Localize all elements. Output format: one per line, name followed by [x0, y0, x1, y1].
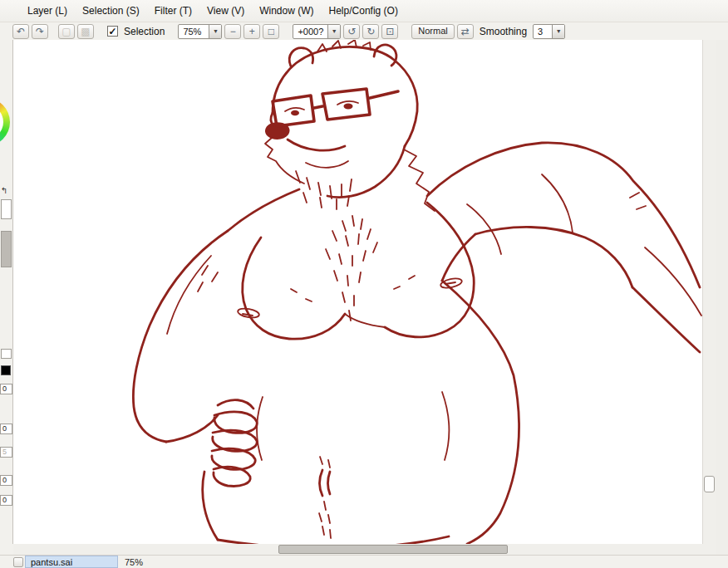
smoothing-combo[interactable]: 3 ▼ — [533, 24, 565, 39]
undo-button[interactable]: ↶ — [12, 24, 29, 39]
menu-item-filter[interactable]: Filter (T) — [147, 1, 199, 21]
bear-left-arm — [133, 231, 257, 486]
bear-chest-fluff — [291, 216, 415, 321]
deselect-button[interactable]: ▢ — [58, 24, 75, 39]
right-edge-strip — [716, 40, 728, 544]
smoothing-label: Smoothing — [476, 26, 530, 37]
chevron-down-icon: ▼ — [332, 28, 337, 34]
redo-icon: ↷ — [36, 27, 44, 37]
zoom-dropdown-button[interactable]: ▼ — [209, 25, 221, 38]
zoom-out-icon: − — [230, 27, 236, 37]
vertical-scrollbar-thumb[interactable] — [704, 476, 715, 492]
color-wheel-fragment[interactable] — [0, 98, 10, 146]
scrollbar-corner — [716, 544, 728, 555]
angle-dropdown-button[interactable]: ▼ — [327, 25, 340, 38]
zoom-fit-button[interactable]: □ — [263, 24, 279, 39]
left-scroll-thumb[interactable] — [1, 231, 12, 267]
zoom-fit-icon: □ — [268, 27, 274, 37]
toolbar: ↶ ↷ ▢ ▩ ✓ Selection 75% ▼ − + □ +000? ▼ … — [0, 22, 728, 40]
rotate-reset-button[interactable]: ⊡ — [381, 24, 398, 39]
smoothing-value: 3 — [534, 27, 552, 37]
color-wheel-center — [0, 105, 3, 140]
left-numeric-field[interactable]: 0 — [0, 475, 12, 486]
left-numeric-field[interactable]: 0 — [0, 384, 12, 394]
left-tool-strip: ↰ 0 0 5 0 0 — [0, 40, 13, 544]
menu-item-help-config[interactable]: Help/Config (O) — [322, 1, 406, 21]
zoom-combo[interactable]: 75% ▼ — [178, 24, 222, 39]
menu-bar: Layer (L) Selection (S) Filter (T) View … — [0, 0, 728, 22]
document-tab-label: pantsu.sai — [31, 557, 72, 567]
left-numeric-field[interactable]: 5 — [0, 447, 12, 458]
document-tab[interactable]: pantsu.sai — [25, 556, 118, 568]
undo-icon: ↶ — [17, 27, 25, 37]
invert-selection-button[interactable]: ▩ — [77, 24, 94, 39]
zoom-in-button[interactable]: + — [243, 24, 260, 39]
menu-item-selection[interactable]: Selection (S) — [75, 1, 147, 21]
bear-right-arm — [427, 143, 701, 352]
menu-item-view[interactable]: View (V) — [199, 1, 252, 21]
color-swatch-black[interactable] — [1, 365, 11, 375]
selection-checkbox-label: Selection — [121, 26, 168, 37]
swap-button[interactable]: ⇄ — [457, 24, 474, 39]
smoothing-dropdown-button[interactable]: ▼ — [552, 25, 564, 38]
doc-list-button[interactable] — [13, 557, 23, 567]
rotate-cw-button[interactable]: ↻ — [362, 24, 379, 39]
horizontal-scrollbar-thumb[interactable] — [278, 545, 508, 554]
zoom-in-icon: + — [249, 27, 255, 37]
vertical-scrollbar[interactable] — [702, 40, 716, 544]
swap-icon: ⇄ — [461, 27, 470, 37]
deselect-icon: ▢ — [61, 27, 71, 37]
rotate-cw-icon: ↻ — [366, 27, 375, 37]
zoom-value: 75% — [179, 27, 209, 37]
check-icon: ✓ — [108, 26, 116, 37]
chevron-down-icon: ▼ — [556, 28, 562, 34]
invert-selection-icon: ▩ — [81, 27, 90, 37]
canvas-artwork — [13, 40, 702, 544]
left-panel-box[interactable] — [1, 199, 12, 219]
rotate-ccw-button[interactable]: ↺ — [343, 24, 360, 39]
angle-value: +000? — [293, 27, 327, 37]
menu-item-layer[interactable]: Layer (L) — [20, 1, 75, 21]
pan-arrow-icon: ↰ — [1, 186, 7, 195]
horizontal-scrollbar[interactable] — [13, 544, 716, 555]
status-zoom-label: 75% — [125, 557, 143, 567]
rotate-reset-icon: ⊡ — [386, 27, 394, 37]
normal-mode-button[interactable]: Normal — [411, 24, 454, 39]
zoom-out-button[interactable]: − — [224, 24, 241, 39]
redo-button[interactable]: ↷ — [32, 24, 48, 39]
left-numeric-field[interactable]: 0 — [0, 424, 12, 434]
rotate-ccw-icon: ↺ — [347, 27, 356, 37]
left-numeric-field[interactable]: 0 — [0, 495, 12, 506]
angle-combo[interactable]: +000? ▼ — [293, 24, 341, 39]
bear-torso — [228, 189, 519, 544]
status-bar: pantsu.sai 75% — [0, 555, 728, 568]
chevron-down-icon: ▼ — [213, 28, 219, 34]
selection-checkbox[interactable]: ✓ — [107, 26, 118, 37]
left-panel-small-box[interactable] — [1, 349, 12, 359]
drawing-canvas[interactable] — [13, 40, 702, 544]
menu-item-window[interactable]: Window (W) — [252, 1, 321, 21]
bear-glasses — [273, 89, 398, 126]
